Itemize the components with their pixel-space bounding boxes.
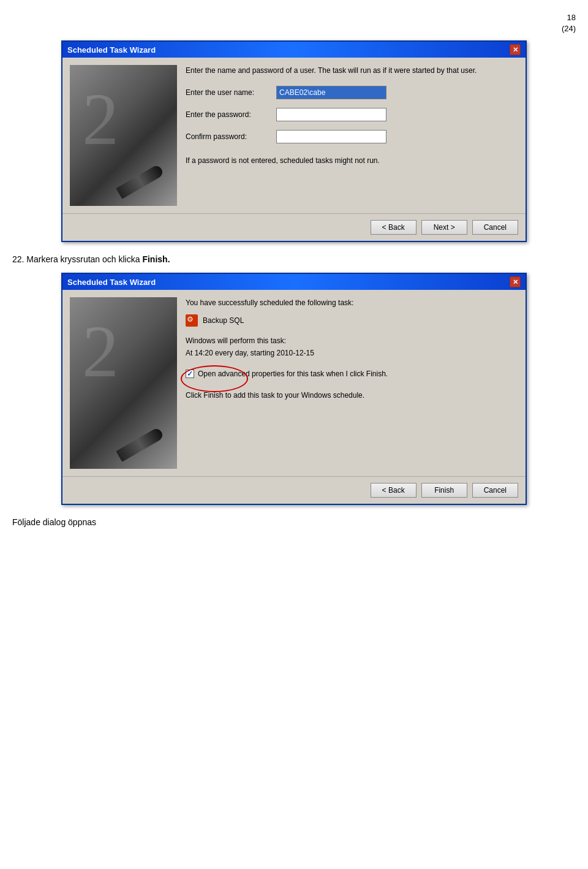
- password-row: Enter the password:: [186, 108, 518, 121]
- dialog1-body: Enter the name and password of a user. T…: [62, 58, 526, 213]
- dialog2-title: Scheduled Task Wizard: [67, 278, 156, 287]
- task-icon: [186, 314, 198, 327]
- dialog1-window: Scheduled Task Wizard ✕ Enter the name a…: [61, 40, 527, 242]
- advanced-checkbox[interactable]: [186, 370, 194, 378]
- password-note: If a password is not entered, scheduled …: [186, 156, 418, 166]
- page-number: 18 (24): [12, 12, 576, 34]
- dialog1-cancel-button[interactable]: Cancel: [472, 220, 518, 235]
- username-input[interactable]: [276, 86, 386, 99]
- dialog2-body: You have successfully scheduled the foll…: [62, 290, 526, 476]
- pen-decoration2: [116, 427, 164, 462]
- checkbox-row: Open advanced properties for this task w…: [186, 369, 518, 379]
- dialog1-title-bar: Scheduled Task Wizard ✕: [62, 42, 526, 58]
- bottom-text: Följade dialog öppnas: [12, 517, 576, 527]
- dialog1-close-button[interactable]: ✕: [510, 44, 521, 55]
- dialog2-close-button[interactable]: ✕: [510, 276, 521, 287]
- password-label: Enter the password:: [186, 110, 271, 119]
- password-input[interactable]: [276, 108, 386, 121]
- dialog2-footer: < Back Finish Cancel: [62, 476, 526, 504]
- confirm-label: Confirm password:: [186, 132, 271, 141]
- confirm-row: Confirm password:: [186, 130, 518, 143]
- dialog1-footer: < Back Next > Cancel: [62, 213, 526, 241]
- dialog1-back-button[interactable]: < Back: [371, 220, 417, 235]
- schedule-line2: At 14:20 every day, starting 2010-12-15: [186, 347, 518, 359]
- dialog2-content: You have successfully scheduled the foll…: [186, 297, 518, 469]
- dialog2-window: Scheduled Task Wizard ✕ You have success…: [61, 273, 527, 505]
- checkbox-label: Open advanced properties for this task w…: [198, 369, 388, 379]
- task-name-row: Backup SQL: [186, 314, 518, 327]
- dialog1-description: Enter the name and password of a user. T…: [186, 65, 518, 76]
- instruction-text: 22. Markera kryssrutan och klicka Finish…: [12, 254, 576, 264]
- username-label: Enter the user name:: [186, 88, 271, 97]
- pen-decoration: [116, 164, 164, 199]
- dialog1-next-button[interactable]: Next >: [421, 220, 467, 235]
- dialog1-content: Enter the name and password of a user. T…: [186, 65, 518, 206]
- dialog2-image: [70, 297, 177, 469]
- finish-note: Click Finish to add this task to your Wi…: [186, 390, 518, 401]
- success-text: You have successfully scheduled the foll…: [186, 297, 518, 308]
- dialog2-finish-button[interactable]: Finish: [421, 483, 467, 498]
- dialog1-image: [70, 65, 177, 206]
- confirm-input[interactable]: [276, 130, 386, 143]
- dialog1-title: Scheduled Task Wizard: [67, 45, 156, 55]
- username-row: Enter the user name:: [186, 86, 518, 99]
- schedule-info: Windows will perform this task: At 14:20…: [186, 335, 518, 359]
- task-name: Backup SQL: [203, 316, 244, 325]
- dialog2-back-button[interactable]: < Back: [371, 483, 417, 498]
- schedule-line1: Windows will perform this task:: [186, 335, 518, 347]
- dialog2-cancel-button[interactable]: Cancel: [472, 483, 518, 498]
- dialog2-title-bar: Scheduled Task Wizard ✕: [62, 274, 526, 290]
